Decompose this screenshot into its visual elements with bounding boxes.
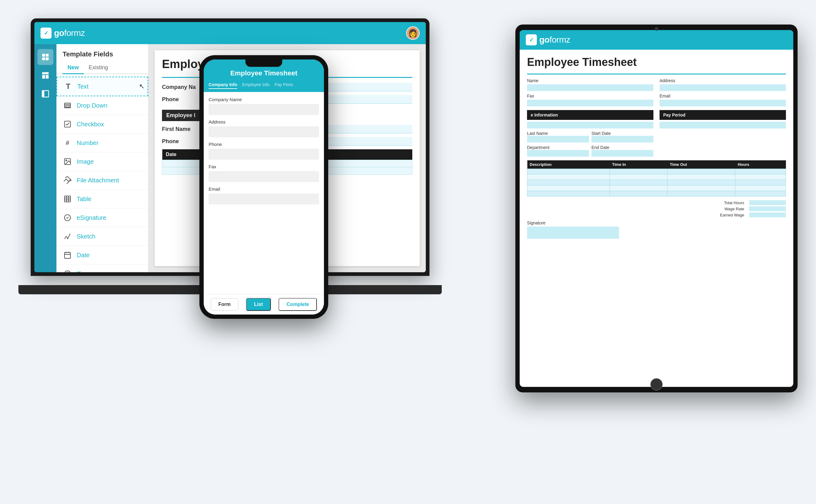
tab-existing[interactable]: Existing [84, 62, 113, 74]
template-fields-panel: Template Fields New Existing T Text ↖ [56, 44, 148, 272]
tablet-field-fax: Fax [527, 94, 653, 106]
earned-wage-row: Earned Wage [720, 212, 786, 217]
fax-input[interactable] [527, 100, 653, 106]
phone-btn-form[interactable]: Form [211, 298, 238, 311]
end-date-input[interactable] [592, 150, 653, 157]
tab-new[interactable]: New [63, 62, 84, 74]
field-label-table: Table [77, 196, 91, 203]
goformz-logo-icon: ✓ [40, 28, 52, 39]
company-name-field-input[interactable] [209, 104, 319, 115]
email-field-input[interactable] [209, 193, 319, 204]
phone-field-address: Address [209, 119, 319, 137]
avatar-image: 👩 [408, 29, 418, 37]
phone-field-email: Email [209, 186, 319, 204]
tablet-header: ✓ goformz [520, 30, 793, 50]
start-date-input[interactable] [592, 136, 653, 143]
field-item-checkbox[interactable]: Checkbox [56, 115, 148, 134]
phone-btn-list[interactable]: List [246, 298, 270, 311]
employee-info-section: e Information [527, 110, 653, 120]
svg-rect-8 [42, 91, 44, 97]
phone-tab-company[interactable]: Company Info [209, 82, 237, 89]
phone-screen: Employee Timesheet Company Info Employee… [204, 59, 324, 315]
wage-rate-label: Wage Rate [724, 207, 744, 211]
phone2-label: Phone [162, 138, 205, 145]
field-item-text[interactable]: T Text ↖ [56, 77, 148, 96]
earned-wage-value [749, 212, 786, 217]
phone-field-input[interactable] [209, 149, 319, 160]
address-field-label: Address [209, 119, 319, 124]
svg-rect-1 [46, 54, 48, 57]
pay-period-section: Pay Period [660, 110, 786, 120]
field-item-image[interactable]: Image [56, 152, 148, 171]
svg-rect-5 [42, 75, 45, 79]
start-date-label: Start Date [592, 131, 653, 136]
tablet-screen: ✓ goformz Employee Timesheet Name Addres… [520, 30, 793, 387]
field-item-sketch[interactable]: Sketch [56, 227, 148, 246]
phone-tab-employee[interactable]: Employee Info [242, 82, 270, 89]
sketch-field-icon [63, 231, 72, 241]
name-input[interactable] [527, 84, 653, 91]
table-row [527, 169, 786, 174]
field-item-table[interactable]: Table [56, 190, 148, 208]
phone-tab-pay[interactable]: Pay Perio [274, 82, 293, 89]
last-name-input[interactable] [527, 136, 589, 143]
total-hours-value [749, 200, 786, 205]
image-field-icon [63, 157, 72, 166]
address-label: Address [660, 78, 786, 83]
tablet-field-address: Address [660, 78, 786, 91]
signature-section: Signature [527, 220, 786, 239]
first-name-label: First Name [162, 126, 205, 132]
address-input[interactable] [660, 84, 786, 91]
department-input[interactable] [527, 150, 589, 157]
phone-field-company-name: Company Name [209, 97, 319, 115]
tablet-device: ✓ goformz Employee Timesheet Name Addres… [515, 25, 798, 392]
tablet-logo-text: goformz [539, 35, 570, 45]
col-description: Description [527, 160, 610, 169]
date-col2-header: D [318, 149, 412, 160]
svg-rect-0 [42, 54, 45, 57]
tablet-home-button[interactable] [650, 378, 663, 391]
email-field-label: Email [209, 186, 319, 192]
col-hours: Hours [735, 160, 786, 169]
company-name-label: Company Na [162, 84, 205, 90]
field-label-checkbox: Checkbox [77, 121, 104, 128]
template-tabs: New Existing [56, 62, 148, 74]
total-hours-row: Total Hours [724, 200, 786, 205]
field-item-file[interactable]: File Attachment [56, 171, 148, 190]
tablet-camera [655, 27, 658, 31]
field-item-time[interactable]: Time [56, 265, 148, 272]
employee-info-header: Employee I [162, 110, 200, 121]
timesheet-table: Description Time In Time Out Hours [527, 160, 786, 197]
name-label: Name [527, 78, 653, 83]
tablet-content: Employee Timesheet Name Address Fax [520, 50, 793, 245]
col-time-out: Time Out [667, 160, 735, 169]
sidebar-item-templates[interactable] [37, 49, 53, 65]
phone-content: Company Name Address Phone Fax Email [204, 92, 324, 294]
field-list: T Text ↖ Drop Down [56, 74, 148, 272]
phone-field-phone: Phone [209, 142, 319, 160]
email-input[interactable] [660, 100, 786, 106]
company-name-field-label: Company Name [209, 97, 319, 102]
fax-field-input[interactable] [209, 171, 319, 182]
field-label-file: File Attachment [77, 177, 119, 184]
field-item-esignature[interactable]: eSignature [56, 208, 148, 227]
phone-body: Employee Timesheet Company Info Employee… [199, 55, 328, 319]
end-date-label: End Date [592, 145, 653, 150]
field-item-date[interactable]: Date [56, 246, 148, 265]
user-avatar[interactable]: 👩 [406, 26, 420, 40]
table-row [527, 185, 786, 191]
address-field-input[interactable] [209, 126, 319, 137]
phone-tabs: Company Info Employee Info Pay Perio [204, 82, 324, 92]
sidebar-item-panel[interactable] [37, 86, 53, 102]
phone-btn-complete[interactable]: Complete [278, 298, 317, 311]
field-item-dropdown[interactable]: Drop Down [56, 96, 148, 115]
total-hours-label: Total Hours [724, 200, 744, 205]
field-item-number[interactable]: # Number [56, 134, 148, 152]
dropdown-field-icon [63, 101, 72, 110]
phone-device: Employee Timesheet Company Info Employee… [199, 55, 328, 319]
sidebar-item-layout[interactable] [37, 67, 53, 83]
table-row [527, 180, 786, 185]
signature-label: Signature [527, 220, 786, 225]
svg-rect-3 [46, 57, 48, 60]
wage-rate-row: Wage Rate [724, 206, 786, 211]
